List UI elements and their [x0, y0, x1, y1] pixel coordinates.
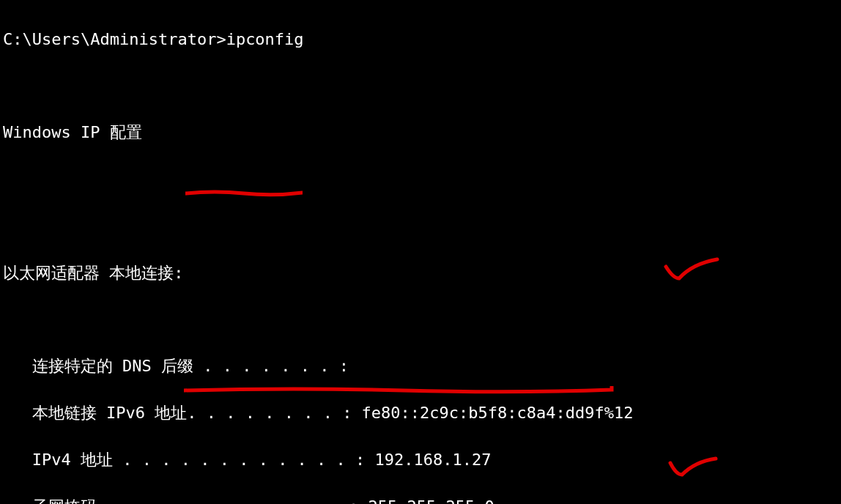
- command-prompt-output: C:\Users\Administrator>ipconfig Windows …: [0, 0, 841, 504]
- blank-line: [3, 215, 838, 238]
- annotation-underline-local-connection: [147, 157, 264, 164]
- blank-line: [3, 168, 838, 191]
- adapter1-title: 以太网适配器 本地连接:: [3, 262, 838, 285]
- adapter1-ipv4: IPv4 地址 . . . . . . . . . . . . : 192.16…: [3, 448, 838, 472]
- ip-config-header: Windows IP 配置: [3, 121, 838, 144]
- adapter1-ipv6: 本地链接 IPv6 地址. . . . . . . . : fe80::2c9c…: [3, 401, 838, 425]
- blank-line: [3, 308, 838, 332]
- adapter1-dns-suffix: 连接特定的 DNS 后缀 . . . . . . . :: [3, 355, 838, 378]
- prompt-line: C:\Users\Administrator>ipconfig: [3, 28, 838, 51]
- blank-line: [3, 75, 838, 98]
- adapter1-mask: 子网掩码 . . . . . . . . . . . . : 255.255.2…: [3, 495, 838, 504]
